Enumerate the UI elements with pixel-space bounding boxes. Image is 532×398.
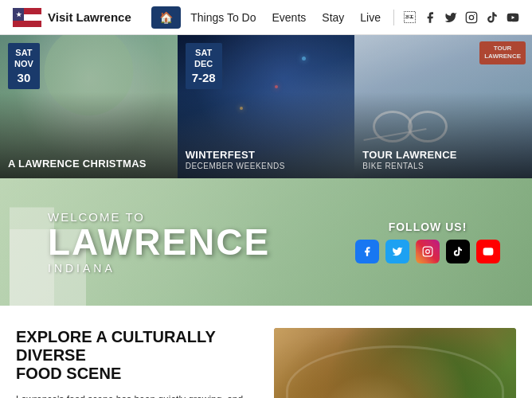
nav-divider <box>393 10 394 25</box>
explore-text-content: EXPLORE A CULTURALLY DIVERSE FOOD SCENE … <box>16 328 258 398</box>
site-title: Visit Lawrence <box>48 10 131 24</box>
hero-cards: SAT NOV 30 A LAWRENCE CHRISTMAS SAT DEC … <box>0 35 532 178</box>
svg-point-11 <box>430 248 431 249</box>
explore-paragraph: Lawrence's food scene has been quietly g… <box>16 392 250 398</box>
home-icon: 🏠 <box>159 11 173 24</box>
main-nav: 🏠 Things To Do Events Stay Live  <box>151 6 519 29</box>
svg-point-6 <box>469 15 473 19</box>
header-facebook-icon[interactable] <box>424 11 436 24</box>
city-name: LAWRENCE <box>48 224 355 260</box>
card-title-area: A LAWRENCE CHRISTMAS <box>8 158 170 170</box>
svg-rect-2 <box>13 21 41 27</box>
card-subtitle: BIKE RENTALS <box>362 162 524 170</box>
welcome-section: WELCOME TO LAWRENCE INDIANA FOLLOW US! <box>0 178 532 306</box>
svg-text:★: ★ <box>16 11 22 18</box>
header-twitter-icon[interactable] <box>444 11 457 24</box>
card-subtitle: DECEMBER WEEKENDS <box>186 162 347 170</box>
nav-stay[interactable]: Stay <box>315 8 350 27</box>
nav-live[interactable]: Live <box>354 8 387 27</box>
header-facebook-icon[interactable]:  <box>404 10 416 24</box>
svg-point-7 <box>474 14 475 14</box>
card-title-area: TOUR LAWRENCE BIKE RENTALS <box>362 149 524 170</box>
follow-section: FOLLOW US! <box>355 220 532 263</box>
card-title: A LAWRENCE CHRISTMAS <box>8 158 170 170</box>
explore-heading: EXPLORE A CULTURALLY DIVERSE FOOD SCENE <box>16 328 250 383</box>
home-button[interactable]: 🏠 <box>151 6 181 29</box>
logo-flag-icon: ★ <box>13 8 41 27</box>
svg-point-10 <box>426 250 430 254</box>
nav-things-to-do[interactable]: Things To Do <box>184 8 262 27</box>
header-youtube-icon[interactable] <box>507 11 519 24</box>
explore-food-image <box>274 328 516 398</box>
card-winterfest[interactable]: SAT DEC 7-28 WINTERFEST DECEMBER WEEKEND… <box>178 35 355 178</box>
card-date-badge: SAT DEC 7-28 <box>186 43 222 89</box>
state-name: INDIANA <box>48 262 355 275</box>
welcome-content: WELCOME TO LAWRENCE INDIANA <box>0 210 355 275</box>
follow-instagram-icon[interactable] <box>416 240 440 263</box>
nav-events[interactable]: Events <box>265 8 312 27</box>
card-date-badge: SAT NOV 30 <box>8 43 40 89</box>
card-title: TOUR LAWRENCE <box>362 149 524 162</box>
header-tiktok-icon[interactable] <box>486 11 499 24</box>
follow-twitter-icon[interactable] <box>385 240 409 263</box>
svg-rect-9 <box>423 247 432 256</box>
svg-rect-5 <box>466 12 476 22</box>
follow-facebook-icon[interactable] <box>355 240 379 263</box>
social-icons-follow <box>355 240 500 263</box>
card-tour-lawrence[interactable]: TOURLAWRENCE TOUR LAWRENCE BIKE RENTALS <box>354 35 532 178</box>
logo-area: ★ Visit Lawrence <box>13 8 131 27</box>
card-title: WINTERFEST <box>186 149 347 162</box>
follow-youtube-icon[interactable] <box>476 240 500 263</box>
card-title-area: WINTERFEST DECEMBER WEEKENDS <box>186 149 347 170</box>
explore-section: EXPLORE A CULTURALLY DIVERSE FOOD SCENE … <box>0 306 532 398</box>
header-instagram-icon[interactable] <box>465 11 478 24</box>
follow-tiktok-icon[interactable] <box>446 240 470 263</box>
follow-us-text: FOLLOW US! <box>355 220 500 233</box>
social-icons-header:  <box>404 10 519 24</box>
card-christmas[interactable]: SAT NOV 30 A LAWRENCE CHRISTMAS <box>0 35 178 178</box>
